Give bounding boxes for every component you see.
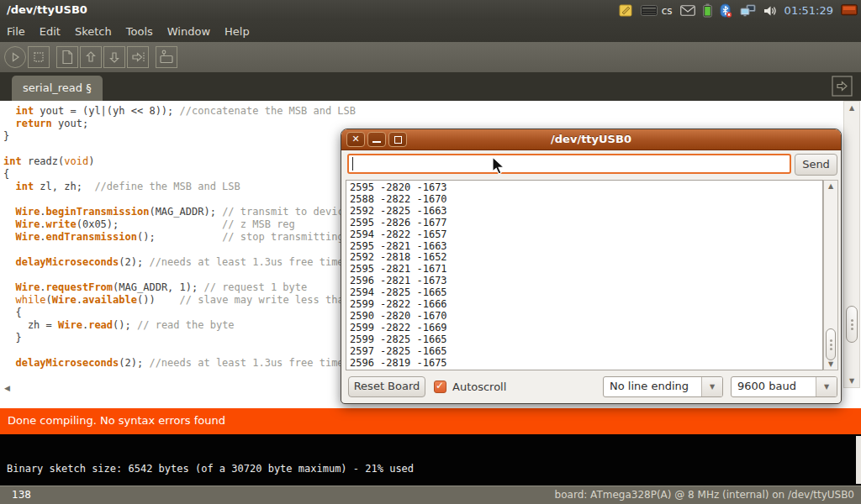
baud-rate-dropdown[interactable]: 9600 baud ▼ — [731, 376, 837, 397]
battery-icon[interactable] — [703, 3, 712, 18]
screen: /dev/ttyUSB0 cs 01:51:29 FileEditSketchT… — [0, 0, 861, 504]
compile-status-message: Done compiling. No syntax errors found — [8, 414, 225, 427]
serial-line: 2596 -2821 -1673 — [350, 276, 822, 287]
serial-line: 2588 -2822 -1670 — [350, 194, 822, 206]
menu-sketch[interactable]: Sketch — [75, 25, 112, 38]
editor-scrollbar-thumb[interactable] — [846, 306, 858, 343]
bluetooth-icon[interactable] — [720, 3, 732, 18]
code-line: int yout = (yl|(yh << 8)); //concatenate… — [3, 105, 841, 118]
build-console-text: Binary sketch size: 6542 bytes (of a 307… — [7, 463, 414, 475]
network-icon[interactable] — [740, 4, 756, 17]
send-button[interactable]: Send — [795, 154, 837, 176]
serial-line: 2599 -2825 -1665 — [350, 334, 822, 346]
menu-window[interactable]: Window — [167, 25, 210, 38]
chevron-down-icon[interactable]: ▼ — [701, 377, 722, 396]
new-sketch-button[interactable] — [56, 46, 78, 68]
baud-rate-value: 9600 baud — [737, 380, 796, 392]
serial-monitor-button[interactable] — [156, 46, 177, 68]
serial-line: 2599 -2822 -1666 — [350, 299, 822, 311]
system-tray: cs 01:51:29 — [619, 0, 858, 21]
serial-monitor-window: ✕ /dev/ttyUSB0 Send 2595 -2820 -16732588… — [341, 129, 842, 404]
scroll-up-icon[interactable]: ▲ — [824, 182, 837, 190]
toolbar — [0, 42, 861, 72]
serial-line: 2594 -2825 -1665 — [350, 287, 822, 299]
console-scrollbar[interactable] — [856, 436, 861, 484]
open-button[interactable] — [80, 46, 102, 68]
keyboard-icon[interactable] — [641, 5, 658, 16]
serial-line: 2592 -2825 -1663 — [350, 206, 822, 218]
serial-monitor-titlebar[interactable]: ✕ /dev/ttyUSB0 — [341, 129, 841, 150]
serial-monitor-controls: Reset Board Autoscroll No line ending ▼ … — [341, 371, 841, 403]
serial-line: 2595 -2821 -1663 — [350, 241, 822, 253]
panel-window-title: /dev/ttyUSB0 — [7, 3, 87, 16]
menubar: FileEditSketchToolsWindowHelp — [0, 21, 861, 42]
menu-edit[interactable]: Edit — [40, 25, 61, 38]
serial-scrollbar[interactable]: ▲ ▼ — [823, 180, 838, 370]
serial-line: 2592 -2818 -1652 — [350, 252, 822, 264]
scroll-down-icon[interactable]: ▼ — [824, 360, 837, 368]
serial-scrollbar-thumb[interactable] — [826, 328, 836, 360]
scroll-up-icon[interactable]: ▲ — [844, 104, 859, 112]
serial-line: 2599 -2822 -1669 — [350, 323, 822, 334]
serial-line: 2590 -2820 -1670 — [350, 311, 822, 323]
menu-help[interactable]: Help — [224, 25, 250, 38]
serial-line: 2596 -2819 -1675 — [350, 358, 822, 370]
serial-line: 2594 -2822 -1657 — [350, 229, 822, 241]
reset-board-button[interactable]: Reset Board — [348, 376, 425, 397]
system-panel: /dev/ttyUSB0 cs 01:51:29 — [0, 0, 861, 21]
tab-menu-button[interactable] — [832, 76, 853, 97]
menu-file[interactable]: File — [7, 25, 25, 38]
line-ending-dropdown[interactable]: No line ending ▼ — [603, 376, 723, 397]
scroll-down-icon[interactable]: ▼ — [844, 377, 859, 385]
autoscroll-label: Autoscroll — [452, 381, 506, 393]
serial-monitor-title: /dev/ttyUSB0 — [341, 129, 841, 150]
clock[interactable]: 01:51:29 — [784, 4, 833, 17]
serial-line: 2595 -2820 -1673 — [350, 182, 822, 194]
editor-vertical-scrollbar[interactable]: ▲ ▼ — [843, 101, 860, 388]
tab-serial-read[interactable]: serial_read § — [12, 76, 103, 101]
board-info: board: ATmega328P(A) @ 8 MHz (internal) … — [555, 489, 854, 501]
serial-line: 2597 -2825 -1665 — [350, 346, 822, 358]
menu-tools[interactable]: Tools — [126, 25, 153, 38]
text-caret — [352, 157, 353, 171]
save-button[interactable] — [103, 46, 125, 68]
serial-line: 2595 -2826 -1677 — [350, 218, 822, 229]
keyboard-layout-label[interactable]: cs — [662, 5, 673, 17]
serial-line: 2595 -2821 -1671 — [350, 264, 822, 276]
compile-status-bar: Done compiling. No syntax errors found — [0, 408, 861, 434]
status-footer: 138 board: ATmega328P(A) @ 8 MHz (intern… — [0, 486, 861, 504]
note-icon[interactable] — [619, 3, 633, 18]
line-ending-value: No line ending — [610, 380, 689, 392]
session-icon[interactable] — [841, 4, 858, 17]
line-number-indicator: 138 — [12, 489, 31, 501]
serial-output[interactable]: 2595 -2820 -16732588 -2822 -16702592 -28… — [346, 180, 823, 370]
chevron-down-icon[interactable]: ▼ — [816, 377, 837, 396]
verify-button[interactable] — [4, 46, 26, 68]
upload-button[interactable] — [127, 46, 149, 68]
stop-button[interactable] — [28, 46, 50, 68]
scroll-left-icon[interactable]: ◀ — [4, 384, 10, 392]
mail-icon[interactable] — [680, 5, 695, 16]
mouse-cursor — [491, 156, 508, 180]
volume-icon[interactable] — [763, 5, 777, 17]
build-console: Binary sketch size: 6542 bytes (of a 307… — [0, 434, 861, 486]
serial-input[interactable] — [347, 154, 791, 174]
tabbar: serial_read § — [0, 72, 861, 101]
autoscroll-checkbox[interactable] — [434, 381, 446, 393]
